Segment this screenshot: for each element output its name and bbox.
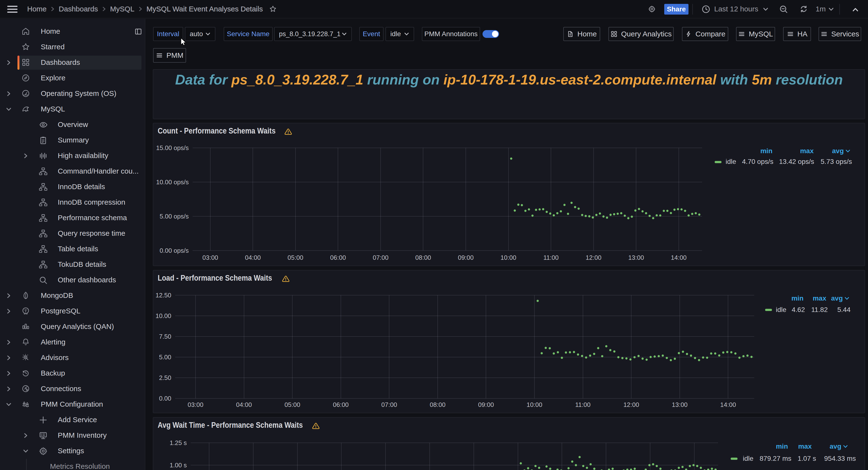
svg-text:2.50: 2.50	[159, 374, 171, 381]
svg-text:13:00: 13:00	[628, 254, 644, 261]
svg-text:05:00: 05:00	[285, 401, 300, 408]
svg-text:13:00: 13:00	[672, 401, 687, 408]
svg-text:04:00: 04:00	[245, 254, 261, 261]
svg-text:12:00: 12:00	[586, 254, 601, 261]
svg-text:0.00: 0.00	[159, 395, 171, 402]
svg-text:07:00: 07:00	[373, 254, 389, 261]
svg-text:5.00: 5.00	[159, 353, 171, 361]
svg-text:09:00: 09:00	[478, 401, 494, 408]
svg-text:1.25 s: 1.25 s	[169, 439, 187, 446]
svg-text:11:00: 11:00	[544, 254, 559, 261]
svg-text:5.00 ops/s: 5.00 ops/s	[160, 213, 189, 220]
svg-text:06:00: 06:00	[333, 401, 349, 408]
svg-text:10.00 ops/s: 10.00 ops/s	[156, 178, 189, 186]
svg-text:03:00: 03:00	[188, 401, 203, 408]
svg-text:08:00: 08:00	[430, 401, 445, 408]
svg-text:1.00 s: 1.00 s	[169, 462, 187, 469]
svg-text:12.50: 12.50	[155, 292, 171, 299]
svg-text:10:00: 10:00	[500, 254, 516, 261]
svg-text:06:00: 06:00	[330, 254, 346, 261]
svg-text:09:00: 09:00	[458, 254, 473, 261]
svg-text:7.50: 7.50	[159, 333, 171, 340]
svg-text:05:00: 05:00	[287, 254, 303, 261]
svg-text:14:00: 14:00	[720, 401, 736, 408]
svg-text:12:00: 12:00	[623, 401, 639, 408]
svg-text:04:00: 04:00	[236, 401, 252, 408]
svg-text:15.00 ops/s: 15.00 ops/s	[156, 144, 189, 151]
svg-text:0.00 ops/s: 0.00 ops/s	[160, 247, 189, 254]
svg-text:08:00: 08:00	[415, 254, 431, 261]
svg-text:03:00: 03:00	[202, 254, 218, 261]
svg-text:14:00: 14:00	[671, 254, 686, 261]
svg-text:10.00: 10.00	[155, 312, 171, 320]
svg-text:07:00: 07:00	[381, 401, 397, 408]
svg-text:10:00: 10:00	[526, 401, 542, 408]
svg-text:11:00: 11:00	[575, 401, 590, 408]
